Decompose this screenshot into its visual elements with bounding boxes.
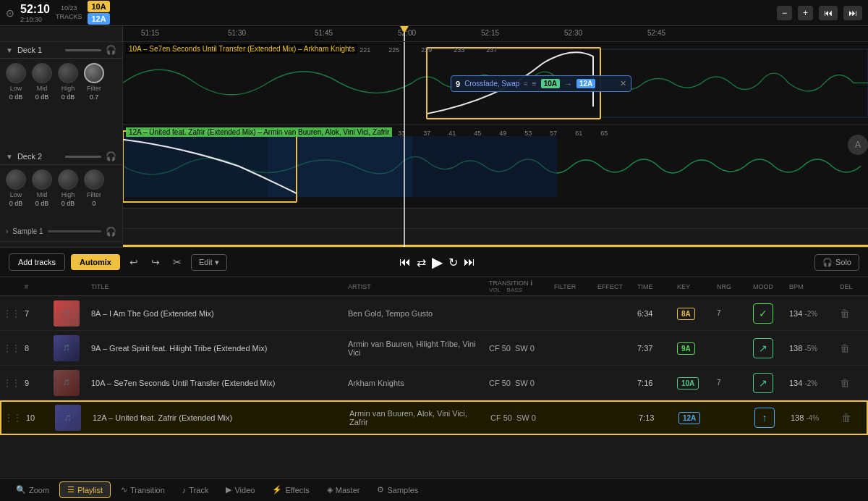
drag-handle-7[interactable]: ⋮⋮	[0, 308, 22, 319]
cf-close-btn[interactable]: ✕	[620, 79, 626, 88]
deck2-knobs: Low 0 dB Mid 0 dB High 0 dB Filter 0	[0, 165, 122, 211]
deck2-filter-knob[interactable]	[84, 169, 104, 190]
tab-effects[interactable]: ⚡ Effects	[265, 482, 316, 497]
sample1-row: › Sample 1 🎧	[0, 222, 122, 242]
time-display: 52:10 2:10:30	[20, 2, 50, 24]
deck2-waveform-svg	[123, 125, 868, 208]
solo-button[interactable]: 🎧 Solo	[814, 254, 859, 271]
cf-key-to: 12A	[576, 79, 595, 88]
tab-video[interactable]: ▶ Video	[218, 482, 262, 497]
playlist-controls: Add tracks Automix ↩ ↪ ✂ Edit ▾ ⏮ ⇄ ▶ ↻ …	[0, 247, 868, 277]
deck2-headphone-icon[interactable]: 🎧	[106, 151, 116, 161]
deck2-fader[interactable]	[65, 156, 101, 158]
sample1-headphone-icon[interactable]: 🎧	[106, 227, 116, 237]
deck1-low-knob[interactable]	[6, 63, 26, 83]
deck1-high-knob[interactable]	[58, 63, 78, 83]
automix-button[interactable]: Automix	[71, 254, 120, 270]
tracks-label: TRACKS	[56, 13, 82, 22]
row7-title[interactable]: 8A – I Am The God (Extended Mix)	[88, 309, 345, 318]
deck2-mid-label: Mid	[37, 191, 48, 198]
th-transition: TRANSITION ℹ VOL BASS	[486, 279, 551, 293]
row10-delete[interactable]: 🗑	[838, 412, 867, 424]
tab-zoom[interactable]: 🔍 Zoom	[9, 482, 56, 497]
date-label: 10/23	[61, 4, 77, 13]
row10-bpm: 138 -4%	[788, 413, 838, 422]
deck1-high-label: High	[61, 85, 75, 92]
row9-time: 7:16	[634, 379, 674, 387]
deck2-header: ▼ Deck 2 🎧	[0, 148, 122, 165]
playlist-icon: ☰	[67, 485, 75, 494]
sample1-track	[123, 209, 868, 229]
ruler-mark-6: 52:30	[564, 29, 582, 37]
scissors-button[interactable]: ✂	[169, 254, 185, 270]
row8-bpm: 138 -5%	[786, 344, 837, 353]
deck1-filter-knob[interactable]	[84, 63, 104, 83]
play-button[interactable]: ▶	[432, 253, 443, 271]
sample1-slider[interactable]	[48, 230, 101, 232]
row7-artist: Ben Gold, Tempo Gusto	[345, 309, 486, 318]
skip-fwd-button[interactable]: ⏭	[464, 256, 475, 269]
headphone-solo-icon: 🎧	[822, 258, 833, 267]
automix-icon[interactable]: A	[848, 135, 868, 155]
deck2-track-label: 12A – United feat. Zafrir (Extended Mix)…	[126, 127, 392, 137]
cf-arrow: →	[564, 80, 572, 88]
redo-button[interactable]: ↪	[148, 254, 163, 270]
row7-thumb: 🎵	[51, 300, 88, 327]
th-title: TITLE	[88, 283, 345, 290]
row9-artist: Arkham Knights	[345, 379, 486, 387]
row7-delete[interactable]: 🗑	[837, 308, 866, 319]
edit-button[interactable]: Edit ▾	[191, 254, 227, 271]
deck2-filter-knob-container: Filter 0	[84, 169, 104, 207]
transition-icon: ∿	[121, 485, 127, 494]
deck2-mid-knob[interactable]	[32, 169, 52, 190]
row9-delete-btn[interactable]: 🗑	[840, 377, 850, 389]
row8-delete[interactable]: 🗑	[837, 342, 866, 354]
deck2-low-knob-container: Low 0 dB	[6, 169, 26, 207]
row9-nrg: 7	[714, 379, 750, 387]
tab-master[interactable]: ◈ Master	[320, 482, 367, 497]
row10-title[interactable]: 12A – United feat. Zafrir (Extended Mix)	[90, 413, 346, 422]
row10-transition: CF 50 SW 0	[488, 413, 553, 422]
deck2-low-knob[interactable]	[6, 169, 26, 190]
loop-button[interactable]: ↻	[448, 256, 458, 269]
table-row: ⋮⋮ 8 🎵 9A – Great Spirit feat. Hilight T…	[0, 331, 868, 366]
row8-title[interactable]: 9A – Great Spirit feat. Hilight Tribe (E…	[88, 344, 345, 353]
row10-delete-btn[interactable]: 🗑	[841, 412, 851, 424]
tab-playlist[interactable]: ☰ Playlist	[59, 481, 111, 498]
skip-back-button[interactable]: ⏮	[399, 256, 411, 269]
ruler-mark-5: 52:15	[481, 29, 499, 37]
th-bpm: BPM	[786, 283, 837, 290]
row8-artist: Armin van Buuren, Hilight Tribe, Vini Vi…	[345, 340, 486, 357]
deck1-low-knob-container: Low 0 dB	[6, 63, 26, 101]
row9-thumbnail: 🎵	[54, 370, 80, 396]
deck1-mid-knob[interactable]	[32, 63, 52, 83]
drag-handle-9[interactable]: ⋮⋮	[0, 378, 22, 388]
timeline-ruler: 51:15 51:30 51:45 52:00 52:15 52:30 52:4…	[0, 26, 868, 42]
add-tracks-button[interactable]: Add tracks	[9, 253, 65, 271]
plus-btn[interactable]: +	[798, 6, 813, 20]
row9-delete[interactable]: 🗑	[837, 377, 866, 389]
tab-track[interactable]: ♪ Track	[175, 483, 216, 497]
minus-btn[interactable]: −	[777, 6, 792, 20]
row7-delete-btn[interactable]: 🗑	[840, 308, 850, 319]
deck1-headphone-icon[interactable]: 🎧	[106, 45, 116, 55]
sample2-row: › Sample 2 🎧	[0, 242, 122, 247]
undo-button[interactable]: ↩	[126, 254, 142, 270]
drag-handle-8[interactable]: ⋮⋮	[0, 343, 22, 353]
master-icon: ◈	[327, 485, 333, 494]
deck1-fader[interactable]	[65, 49, 101, 51]
deck1-filter-knob-container: Filter 0.7	[84, 63, 104, 101]
fastforward-btn[interactable]: ⏭	[843, 6, 862, 20]
left-controls: ▼ Deck 1 🎧 Low 0 dB Mid 0 dB	[0, 42, 123, 247]
tab-samples[interactable]: ⚙ Samples	[370, 482, 425, 497]
drag-handle-10[interactable]: ⋮⋮	[1, 413, 23, 423]
row8-delete-btn[interactable]: 🗑	[840, 342, 850, 354]
rewind-btn[interactable]: ⏮	[819, 6, 838, 20]
deck2-low-value: 0 dB	[9, 200, 23, 207]
row7-mood: ✓	[750, 303, 786, 324]
row9-title[interactable]: 10A – Se7en Seconds Until Transfer (Exte…	[88, 379, 345, 387]
tab-transition[interactable]: ∿ Transition	[114, 482, 172, 497]
deck2-high-knob[interactable]	[58, 169, 78, 190]
cf-number: 9	[456, 80, 460, 88]
shuffle-button[interactable]: ⇄	[417, 256, 426, 269]
